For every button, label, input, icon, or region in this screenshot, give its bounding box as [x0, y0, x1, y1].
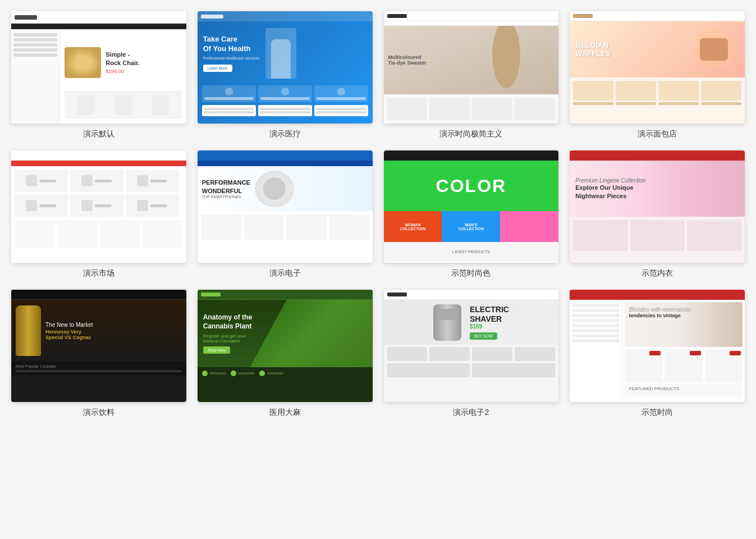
header-bar — [198, 11, 373, 21]
category-icon — [26, 200, 37, 211]
category-icon — [137, 175, 148, 186]
header-bar — [11, 150, 186, 161]
hero-title: Simple -Rock Chair. — [106, 51, 140, 67]
thumb-market — [11, 150, 186, 263]
content-area: Blondes with minimalistic tendencies to … — [570, 300, 745, 402]
header-bar — [570, 150, 745, 161]
demo-label: 演示电子2 — [453, 408, 489, 418]
category-item — [387, 347, 428, 361]
main-content: Simple -Rock Chair. $199.00 — [60, 29, 186, 124]
demo-item-cannabis[interactable]: Anatomy of theCannabis Plant Register an… — [198, 290, 373, 418]
nav-bar — [384, 21, 559, 26]
hero-subtitle: Professional healthcare services — [203, 56, 260, 61]
demo-item-electronics[interactable]: PERFORMANCEWONDERFUL TOP SMARTPHONES 演示电… — [198, 150, 373, 278]
info-line — [204, 108, 254, 110]
service-label — [317, 97, 366, 100]
category-item — [15, 194, 68, 217]
thumb-electronics: PERFORMANCEWONDERFUL TOP SMARTPHONES — [198, 150, 373, 263]
doctor-image — [265, 28, 296, 79]
demo-item-default[interactable]: Simple -Rock Chair. $199.00 演示默认 — [11, 11, 186, 139]
bottom-label: LATEST PRODUCTS — [452, 250, 490, 254]
hero-title: ELECTRICSHAVER — [470, 305, 509, 324]
category-item — [126, 170, 179, 192]
service-item — [258, 85, 312, 102]
hero-title: Explore Our UniqueNightwear Pieces — [575, 184, 645, 200]
hero-title: Take CareOf You Health — [203, 35, 260, 54]
sidebar-item — [13, 33, 57, 36]
feature-icon — [231, 371, 236, 376]
sidebar — [570, 300, 622, 402]
categories — [65, 91, 181, 119]
category-label: WOMANCOLLECTION — [400, 223, 426, 231]
demo-item-lingerie[interactable]: Premium Lingerie Collection Explore Our … — [570, 150, 745, 278]
logo — [15, 15, 37, 20]
demo-item-fashion-minimal[interactable]: MulticolouredTie-dye Sweater 演示时尚极简主义 — [384, 11, 559, 139]
category-item — [429, 347, 470, 361]
sidebar-item — [13, 53, 57, 57]
product-image — [573, 81, 613, 101]
demo-item-drink[interactable]: The New to Market Hennessy VerySpecial V… — [11, 290, 186, 418]
product-thumb — [329, 214, 369, 240]
hero-section: Blondes with minimalistic tendencies to … — [625, 302, 743, 347]
hero-section: MulticolouredTie-dye Sweater — [384, 26, 559, 94]
feature-item — [259, 371, 283, 376]
category-icon — [26, 175, 37, 186]
header-bar — [11, 290, 186, 300]
product-image — [433, 304, 461, 341]
demo-label: 示范内衣 — [642, 268, 673, 278]
product-thumb — [387, 98, 428, 120]
featured-label: FEATURED PRODUCTS — [629, 386, 680, 391]
header-bar — [384, 290, 559, 300]
demo-item-electronics2[interactable]: ELECTRICSHAVER $169 BUY NOW 演示电子2 — [384, 290, 559, 418]
demo-label: 演示医疗 — [269, 129, 301, 139]
hero-section: COLOR — [384, 161, 559, 211]
hero-text: Take CareOf You Health Professional heal… — [203, 35, 260, 72]
category-text — [39, 204, 56, 207]
category-text — [95, 204, 112, 207]
service-label — [260, 97, 310, 100]
product-item — [616, 81, 656, 105]
sidebar-item — [572, 319, 620, 322]
category-box — [115, 95, 132, 115]
feature-icon — [259, 371, 265, 376]
demo-label: 示范时尚色 — [451, 268, 491, 278]
hero-section: ELECTRICSHAVER $169 BUY NOW — [384, 300, 559, 345]
demo-item-color[interactable]: COLOR WOMANCOLLECTION MAN'SCOLLECTION LA… — [384, 150, 559, 278]
product-thumb — [100, 220, 140, 248]
thumb-drink: The New to Market Hennessy VerySpecial V… — [11, 290, 186, 402]
sidebar-item — [572, 329, 620, 332]
product-item — [665, 349, 702, 380]
bottle-image — [16, 305, 41, 356]
demo-item-market[interactable]: 演示市场 — [11, 150, 186, 278]
category-text — [150, 180, 167, 182]
product-thumb — [429, 98, 470, 120]
category-item — [472, 347, 512, 361]
demo-label: 演示面包店 — [638, 129, 677, 139]
demo-item-fashion2[interactable]: Blondes with minimalistic tendencies to … — [570, 290, 745, 418]
product-thumb — [687, 220, 741, 251]
body-area — [11, 166, 186, 220]
sidebar-item — [13, 38, 57, 42]
hero-text: PERFORMANCEWONDERFUL TOP SMARTPHONES — [202, 179, 250, 199]
featured-bar: FEATURED PRODUCTS — [625, 380, 743, 397]
section-title: Most Popular Cocktails — [16, 364, 182, 368]
product-thumb — [286, 214, 327, 240]
product-image — [701, 81, 741, 101]
hero-price: $169 — [470, 323, 509, 330]
category-text — [150, 204, 167, 207]
hero-section: Simple -Rock Chair. $199.00 — [65, 34, 181, 91]
thumb-bakery: BELGIANWAFFLES — [570, 11, 745, 124]
category-other — [500, 211, 558, 242]
product-thumb — [244, 214, 284, 240]
demo-item-bakery[interactable]: BELGIANWAFFLES — [570, 11, 745, 139]
header-bar — [570, 290, 745, 300]
products-row — [570, 77, 745, 108]
header-bar — [384, 150, 559, 161]
service-item — [202, 85, 256, 102]
thumb-fashion2: Blondes with minimalistic tendencies to … — [570, 290, 745, 402]
category-item — [387, 363, 470, 377]
demo-item-medical[interactable]: Take CareOf You Health Professional heal… — [198, 11, 373, 139]
sidebar-item — [13, 48, 57, 52]
body-area: Simple -Rock Chair. $199.00 — [11, 29, 186, 124]
product-label — [616, 102, 656, 105]
